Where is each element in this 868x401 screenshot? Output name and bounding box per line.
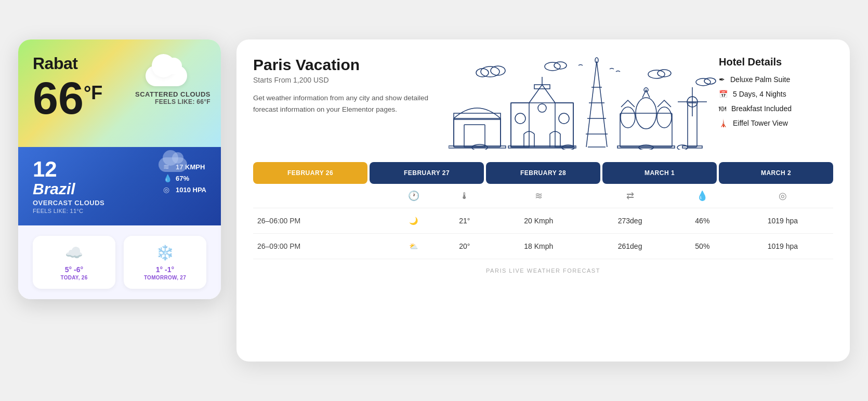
svg-point-19 [657, 107, 672, 128]
forecast-tomorrow: ❄️ 1° -1° TOMORROW, 27 [124, 236, 206, 289]
row1-icon: 🌙 [388, 208, 439, 234]
view-text: Eiffel Tower View [733, 119, 788, 127]
pressure-value: 1010 HPA [176, 186, 206, 194]
panel-header: Paris Vacation Starts From 1,200 USD Get… [253, 56, 833, 152]
clock-icon: 🕐 [408, 191, 419, 201]
breakfast-icon: 🍽 [719, 104, 726, 113]
forecast-today: ☁️ 5° -6° TODAY, 26 [33, 236, 115, 289]
tab-feb26[interactable]: FEBRUARY 26 [253, 162, 367, 184]
svg-point-30 [491, 66, 505, 75]
row1-humidity: 46% [673, 208, 732, 234]
suite-icon: ✒ [719, 75, 725, 84]
row2-wind: 18 Kmph [490, 234, 587, 259]
tab-feb28[interactable]: FEBRUARY 28 [486, 162, 600, 184]
drop-icon: 💧 [696, 191, 708, 201]
row2-temp: 20° [439, 234, 490, 259]
rabat-feels-like: FEELS LIKE: 66°F [135, 98, 211, 105]
hotel-item-view: 🗼 Eiffel Tower View [719, 119, 833, 127]
row2-time: 26–09:00 PM [253, 234, 388, 259]
row1-pressure: 1019 hpa [732, 208, 833, 234]
suite-text: Deluxe Palm Suite [730, 75, 790, 84]
row2-deg: 261deg [587, 234, 673, 259]
svg-point-18 [621, 107, 635, 128]
svg-point-36 [696, 78, 711, 86]
svg-point-11 [515, 113, 525, 124]
table-row: 26–09:00 PM ⛅ 20° 18 Kmph 261deg 50% 101… [253, 234, 833, 259]
rabat-temp: 66 °F [33, 75, 102, 121]
row2-pressure: 1019 hpa [732, 234, 833, 259]
table-header-row: 🕐 🌡 ≋ ⇄ 💧 ◎ [253, 184, 833, 208]
svg-rect-6 [511, 103, 573, 147]
nights-icon: 📅 [719, 90, 728, 98]
nights-text: 5 Days, 4 Nights [733, 90, 786, 98]
hotel-item-nights: 📅 5 Days, 4 Nights [719, 90, 833, 98]
humidity-stat: 💧 67% [163, 174, 206, 182]
date-tabs: FEBRUARY 26 FEBRUARY 27 FEBRUARY 28 MARC… [253, 162, 833, 184]
vacation-desc: Get weather information from any city an… [253, 92, 449, 115]
col-deg: ⇄ [587, 184, 673, 208]
weather-table: 🕐 🌡 ≋ ⇄ 💧 ◎ [253, 184, 833, 259]
row2-humidity: 50% [673, 234, 732, 259]
today-temps: 5° -6° [39, 265, 109, 274]
col-icon: 🕐 [388, 184, 439, 208]
tab-feb27[interactable]: FEBRUARY 27 [370, 162, 484, 184]
direction-icon: ⇄ [626, 191, 634, 201]
brazil-temp: 12 [33, 158, 104, 180]
hotel-item-suite: ✒ Deluxe Palm Suite [719, 75, 833, 84]
col-humidity: 💧 [673, 184, 732, 208]
hotel-details: Hotel Details ✒ Deluxe Palm Suite 📅 5 Da… [719, 56, 833, 133]
svg-point-32 [545, 62, 560, 71]
view-icon: 🗼 [719, 119, 728, 127]
rabat-section: Rabat 66 °F SCATTERED CLOUDS FEELS LIKE:… [18, 39, 221, 147]
humidity-value: 67% [176, 175, 189, 182]
breakfast-text: Breakfast Included [731, 104, 792, 113]
forecast-section: ☁️ 5° -6° TODAY, 26 ❄️ 1° -1° TOMORROW, … [18, 225, 221, 299]
svg-rect-16 [620, 113, 672, 147]
svg-rect-2 [464, 125, 485, 147]
row1-time: 26–06:00 PM [253, 208, 388, 234]
vacation-title: Paris Vacation [253, 56, 449, 74]
gauge-icon: ◎ [779, 191, 787, 201]
col-wind: ≋ [490, 184, 587, 208]
tomorrow-icon: ❄️ [130, 244, 200, 261]
row1-wind: 20 Kmph [490, 208, 587, 234]
paris-skyline-svg [449, 56, 719, 150]
main-container: Rabat 66 °F SCATTERED CLOUDS FEELS LIKE:… [18, 39, 850, 362]
col-temp: 🌡 [439, 184, 490, 208]
thermometer-icon: 🌡 [460, 191, 469, 201]
col-pressure: ◎ [732, 184, 833, 208]
table-row: 26–06:00 PM 🌙 21° 20 Kmph 273deg 46% 101… [253, 208, 833, 234]
svg-point-12 [559, 113, 569, 124]
hotel-title: Hotel Details [719, 56, 833, 68]
tomorrow-label: TOMORROW, 27 [130, 275, 200, 280]
rabat-condition: SCATTERED CLOUDS FEELS LIKE: 66°F [135, 55, 211, 105]
row1-deg: 273deg [587, 208, 673, 234]
row1-temp: 21° [439, 208, 490, 234]
svg-rect-0 [454, 118, 501, 147]
panel-info: Paris Vacation Starts From 1,200 USD Get… [253, 56, 449, 115]
forecast-footer: PARIS LIVE WEATHER FORECAST [253, 268, 833, 274]
cloud-icon [135, 55, 187, 86]
brazil-city-name: Brazil [33, 180, 104, 198]
col-time [253, 184, 388, 208]
brazil-section: 12 Brazil OVERCAST CLOUDS FEELS LIKE: 11… [18, 147, 221, 225]
tab-mar2[interactable]: MARCH 2 [719, 162, 833, 184]
paris-skyline-container [449, 56, 719, 152]
humidity-icon: 💧 [163, 174, 172, 182]
pressure-icon: ◎ [163, 185, 172, 194]
brazil-cloud-icon [159, 153, 190, 172]
svg-rect-10 [555, 103, 573, 147]
pressure-stat: ◎ 1010 HPA [163, 185, 206, 194]
today-icon: ☁️ [39, 244, 109, 261]
brazil-feels-like: FEELS LIKE: 11°C [33, 208, 104, 214]
tomorrow-temps: 1° -1° [130, 265, 200, 274]
hotel-item-breakfast: 🍽 Breakfast Included [719, 104, 833, 113]
svg-point-34 [648, 70, 665, 78]
tab-mar1[interactable]: MARCH 1 [602, 162, 717, 184]
wind-header-icon: ≋ [535, 191, 543, 201]
svg-point-31 [476, 69, 489, 77]
rabat-condition-text: SCATTERED CLOUDS [135, 90, 211, 98]
weather-card: Rabat 66 °F SCATTERED CLOUDS FEELS LIKE:… [18, 39, 221, 299]
svg-rect-9 [511, 103, 529, 147]
main-panel: Paris Vacation Starts From 1,200 USD Get… [236, 39, 850, 362]
